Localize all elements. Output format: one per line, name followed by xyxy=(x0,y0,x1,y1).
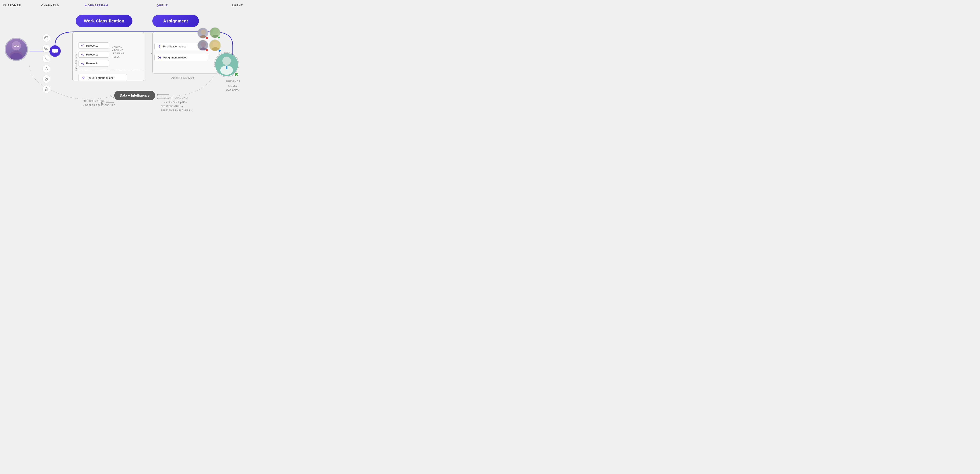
deeper-relationships-label: ↙ DEEPER RELATIONSHIPS xyxy=(83,103,116,108)
customer-avatar-inner xyxy=(6,39,27,60)
route-to-queue-box[interactable]: Route to queue ruleset xyxy=(78,74,127,81)
svg-point-38 xyxy=(83,44,84,45)
employee-signal-label: ← EMPLOYEE SIGNAL xyxy=(161,100,193,104)
svg-marker-53 xyxy=(159,45,160,46)
chat-bubble-icon xyxy=(49,45,61,57)
svg-line-51 xyxy=(82,64,83,64)
svg-point-44 xyxy=(83,55,84,56)
svg-point-43 xyxy=(83,53,84,54)
svg-marker-11 xyxy=(157,98,158,99)
prioritisation-ruleset-label: Prioritisation ruleset xyxy=(163,45,187,48)
header-workstream: WORKSTREAM xyxy=(84,4,108,7)
agent-1-status-badge xyxy=(205,37,208,39)
svg-marker-54 xyxy=(159,46,160,48)
svg-marker-3 xyxy=(157,95,158,97)
svg-line-45 xyxy=(82,54,83,54)
svg-marker-9 xyxy=(157,94,158,95)
execution-order-arrow: Execution order xyxy=(75,41,78,71)
email-channel-icon[interactable] xyxy=(42,34,50,42)
svg-marker-32 xyxy=(45,67,48,70)
svg-marker-5 xyxy=(113,97,114,99)
svg-point-37 xyxy=(81,45,82,46)
svg-point-55 xyxy=(159,56,160,57)
customer-avatar xyxy=(5,38,28,61)
header-agent: AGENT xyxy=(232,4,243,7)
svg-line-50 xyxy=(82,63,83,63)
sms-channel-icon[interactable] xyxy=(42,45,50,53)
data-flow-left-labels: CUSTOMER SIGNAL → ↙ DEEPER RELATIONSHIPS xyxy=(83,99,116,108)
svg-point-47 xyxy=(81,63,82,64)
capacity-label: CAPACITY xyxy=(226,88,240,93)
assignment-ruleset-label: Assignment ruleset xyxy=(163,56,187,59)
svg-point-42 xyxy=(81,54,82,55)
agent-3-status-badge xyxy=(205,49,208,52)
operational-data-label: ← OPERATIONAL DATA xyxy=(161,96,193,100)
main-agent-status-badge xyxy=(234,72,239,77)
messenger-channel-icon[interactable] xyxy=(42,85,50,93)
presence-label: PRESENCE xyxy=(226,79,240,84)
agent-2-status-badge xyxy=(218,36,220,39)
phone-channel-icon[interactable] xyxy=(42,55,50,63)
customer-signal-label: CUSTOMER SIGNAL → xyxy=(83,99,116,103)
ruleset-n[interactable]: Ruleset N xyxy=(78,60,109,67)
header-queue: QUEUE xyxy=(157,4,168,7)
svg-rect-28 xyxy=(45,37,48,39)
ruleset-1[interactable]: Ruleset 1 xyxy=(78,42,109,49)
svg-point-63 xyxy=(213,42,218,47)
svg-point-48 xyxy=(83,62,84,63)
svg-rect-29 xyxy=(45,47,48,49)
agent-4-status-badge xyxy=(218,49,221,52)
svg-marker-35 xyxy=(76,68,78,70)
svg-point-69 xyxy=(226,64,228,66)
ruleset-2-label: Ruleset 2 xyxy=(86,53,98,56)
svg-point-57 xyxy=(201,30,206,35)
assignment-method-label: Assignment Method xyxy=(171,76,194,79)
svg-point-66 xyxy=(222,57,231,65)
effective-employees-label: EFFECTIVE EMPLOYEES ↗ xyxy=(161,109,193,113)
header-channels: CHANNELS xyxy=(41,4,59,7)
svg-point-39 xyxy=(83,46,84,47)
svg-marker-2 xyxy=(110,95,112,97)
ruleset-2[interactable]: Ruleset 2 xyxy=(78,51,109,57)
assignment-pill[interactable]: Assignment xyxy=(152,15,199,27)
data-flow-right-labels: ← OPERATIONAL DATA ← EMPLOYEE SIGNAL EFF… xyxy=(161,96,193,113)
data-intelligence-pill[interactable]: Data + Intelligence xyxy=(114,91,155,101)
efficient-ops-label: EFFICIENT OPS → xyxy=(161,104,193,109)
skills-label: SKILLS xyxy=(226,84,240,88)
agent-info-labels: PRESENCE SKILLS CAPACITY xyxy=(226,79,240,93)
svg-line-40 xyxy=(82,45,83,45)
svg-line-41 xyxy=(82,46,83,46)
svg-point-61 xyxy=(201,42,206,47)
diagram-container: CUSTOMER CHANNELS WORKSTREAM QUEUE AGENT… xyxy=(0,0,245,119)
ml-rules-label: MANUAL + MACHINE LEARNING RULES xyxy=(112,45,124,59)
svg-point-49 xyxy=(83,64,84,65)
chat3d-channel-icon[interactable] xyxy=(42,65,50,73)
route-to-queue-label: Route to queue ruleset xyxy=(86,76,115,80)
twitter-channel-icon[interactable] xyxy=(42,75,50,83)
svg-point-56 xyxy=(160,57,161,58)
header-customer: CUSTOMER xyxy=(3,4,21,7)
assignment-ruleset[interactable]: Assignment ruleset xyxy=(154,54,208,61)
work-classification-pill[interactable]: Work Classification xyxy=(76,15,132,27)
svg-line-46 xyxy=(82,55,83,55)
svg-point-59 xyxy=(213,29,218,34)
ruleset-1-label: Ruleset 1 xyxy=(86,44,98,47)
ruleset-n-label: Ruleset N xyxy=(86,62,98,65)
